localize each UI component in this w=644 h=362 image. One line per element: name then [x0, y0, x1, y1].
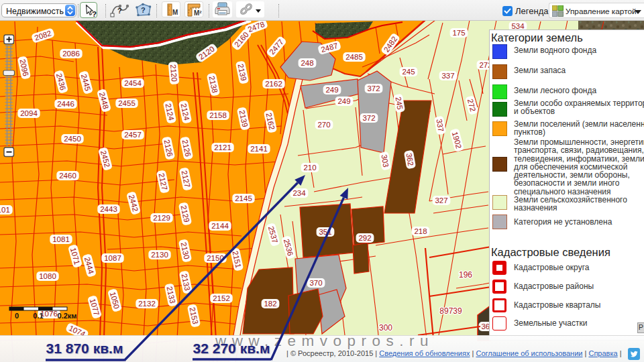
svg-text:2454: 2454	[124, 79, 142, 87]
svg-text:2446: 2446	[57, 100, 74, 108]
svg-text:2443: 2443	[100, 205, 117, 213]
svg-text:M: M	[172, 9, 178, 16]
svg-text:270: 270	[317, 121, 330, 129]
svg-text:2485: 2485	[345, 53, 363, 61]
svg-text:2457: 2457	[124, 131, 142, 139]
svg-text:2094: 2094	[20, 109, 38, 117]
svg-text:0.2км: 0.2км	[58, 312, 77, 320]
svg-text:2145: 2145	[235, 194, 252, 202]
svg-text:89739: 89739	[439, 306, 462, 316]
svg-text:337: 337	[441, 72, 454, 80]
svg-text:2144: 2144	[211, 222, 229, 230]
svg-text:182: 182	[264, 300, 276, 308]
svg-text:2130: 2130	[151, 251, 168, 259]
svg-text:327: 327	[435, 196, 447, 204]
svg-text:2455: 2455	[118, 99, 136, 107]
svg-text:?: ?	[117, 7, 122, 15]
svg-text:?: ?	[141, 6, 146, 14]
svg-text:2152: 2152	[213, 294, 230, 302]
svg-text:?: ?	[92, 10, 97, 18]
svg-text:2129: 2129	[153, 214, 170, 222]
svg-text:2101: 2101	[0, 206, 10, 214]
svg-text:2162: 2162	[265, 80, 282, 88]
svg-text:2460: 2460	[59, 172, 76, 180]
svg-text:196: 196	[459, 270, 472, 280]
svg-text:2450: 2450	[64, 135, 81, 143]
svg-text:372: 372	[367, 84, 380, 93]
svg-text:M²: M²	[194, 9, 202, 17]
svg-text:292: 292	[358, 234, 371, 242]
svg-text:351: 351	[319, 228, 331, 236]
svg-text:210: 210	[303, 164, 316, 172]
svg-text:2121: 2121	[214, 143, 231, 152]
svg-text:0: 0	[15, 312, 19, 320]
svg-text:2158: 2158	[209, 111, 227, 119]
svg-text:2141: 2141	[250, 145, 268, 153]
svg-text:300: 300	[379, 323, 392, 333]
svg-text:2120: 2120	[169, 64, 178, 82]
svg-text:2132: 2132	[138, 300, 156, 308]
svg-text:175: 175	[452, 29, 465, 37]
svg-text:0.1: 0.1	[33, 312, 43, 320]
svg-text:249: 249	[337, 97, 350, 105]
svg-text:370: 370	[309, 279, 322, 287]
svg-text:2086: 2086	[62, 50, 80, 58]
svg-text:1080: 1080	[39, 272, 56, 280]
svg-text:245: 245	[402, 68, 415, 76]
svg-text:1087: 1087	[104, 254, 121, 262]
svg-text:2150: 2150	[207, 254, 224, 262]
svg-text:234: 234	[292, 189, 306, 197]
svg-text:218: 218	[414, 227, 427, 235]
svg-text:372: 372	[362, 114, 375, 122]
svg-text:1081: 1081	[52, 235, 70, 243]
svg-text:248: 248	[301, 59, 313, 67]
svg-text:249: 249	[325, 86, 338, 94]
